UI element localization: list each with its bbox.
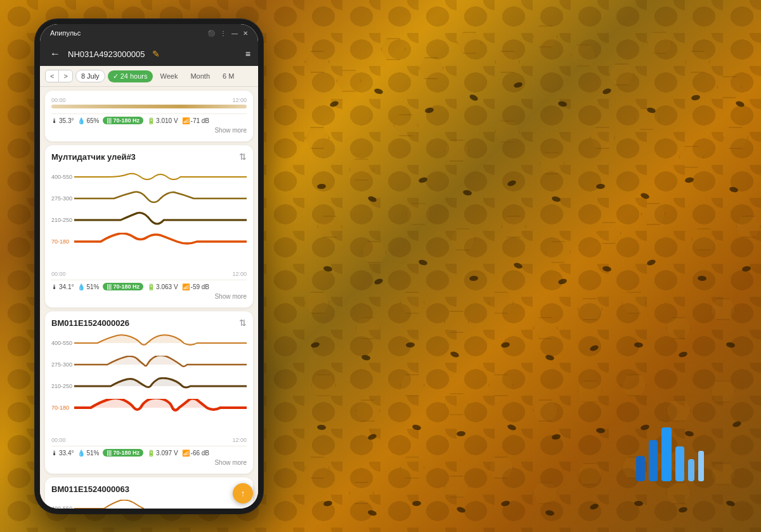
humidity-value-1: 65% [86,117,99,124]
week-filter-button[interactable]: Week [155,70,183,82]
minimize-icon: — [231,30,238,37]
bar-6 [698,451,704,481]
freq-badge-1: ||| 70-180 Hz [103,117,143,124]
menu-icon: ⋮ [220,30,226,37]
card-title-4: BM011E1524000063 [51,484,129,494]
humidity-stat-1: 💧 65% [77,117,99,124]
waveform-275-300-2 [74,190,247,207]
voltage-stat-1: 🔋 3.010 V [147,117,178,124]
signal-icon-3: 📶 [182,450,190,457]
6m-filter-button[interactable]: 6 M [218,70,239,82]
back-button[interactable]: ← [48,47,63,61]
time-start-1: 00:00 [51,97,66,103]
show-more-1[interactable]: Show more [51,126,247,135]
filter-bar: < > 8 July ✓ 24 hours Week Month 6 M [40,66,258,87]
waveform-70-180-3 [74,399,247,417]
time-start-2: 00:00 [51,271,66,277]
stats-row-2: 🌡 34.1° 💧 51% ||| 70-180 Hz 🔋 [51,280,247,292]
signal-value-3: -66 dB [191,450,209,457]
prev-arrow[interactable]: < [46,70,59,82]
droplet-icon: 💧 [77,117,85,124]
next-arrow[interactable]: > [59,70,72,82]
freq-label-210-250-3: 210-250 [51,383,74,389]
card-menu-2[interactable]: ⇅ [239,152,247,162]
freq-label-400-550-4: 400-550 [51,505,74,509]
voltage-stat-3: 🔋 3.097 V [147,450,178,457]
freq-label-275-300-3: 275-300 [51,361,74,368]
droplet-icon-2: 💧 [77,283,85,290]
card-menu-3[interactable]: ⇅ [239,318,247,328]
freq-label-70-180-3: 70-180 [51,405,74,411]
waveform-275-300-3 [74,356,247,373]
freq-icon-2: ||| [107,283,112,290]
card-header-4: BM011E1524000063 ⇅ [51,484,247,494]
bar-1 [636,456,645,481]
freq-label-210-250-2: 210-250 [51,217,74,223]
month-filter-button[interactable]: Month [185,70,215,82]
phone-wrapper: Апипульс ⚫ ⋮ — ✕ ← NH031A4923000005 ✎ ≡ [35,19,263,514]
freq-row-70-180-3: 70-180 [51,398,247,418]
freq-row-210-250-2: 210-250 [51,210,247,230]
battery-icon-2: 🔋 [147,283,155,290]
droplet-icon-3: 💧 [77,450,85,457]
temp-stat-1: 🌡 35.3° [51,117,74,124]
card-header-2: Мултидатчик улей#3 ⇅ [51,152,247,162]
stats-row-3: 🌡 33.4° 💧 51% ||| 70-180 Hz 🔋 [51,446,247,458]
freq-label-275-300-2: 275-300 [51,195,74,202]
waveform-70-180-2 [74,233,247,250]
humidity-stat-2: 💧 51% [77,283,99,290]
bar-5 [688,459,694,481]
edit-icon[interactable]: ✎ [152,49,160,59]
show-more-2[interactable]: Show more [51,292,247,301]
signal-value-2: -59 dB [191,283,209,290]
temp-value-1: 35.3° [59,117,74,124]
filter-icon[interactable]: ≡ [245,49,250,59]
nav-arrows: < > [45,70,73,82]
show-more-3[interactable]: Show more [51,458,247,467]
bar-4 [675,446,684,481]
stats-row-1: 🌡 35.3° 💧 65% ||| 70-180 Hz 🔋 [51,114,247,126]
freq-row-210-250-3: 210-250 [51,376,247,396]
freq-row-70-180-2: 70-180 [51,231,247,252]
waveform-210-250-2 [74,211,247,229]
bar-2 [649,440,658,481]
camera-icon: ⚫ [207,30,215,37]
24h-filter-button[interactable]: ✓ 24 hours [108,70,153,82]
card-title-3: BM011E1524000026 [51,318,129,328]
battery-icon-3: 🔋 [147,450,155,457]
signal-stat-1: 📶 -71 dB [182,117,209,124]
scroll-up-button[interactable]: ↑ [233,483,253,503]
waveform-210-250-3 [74,377,247,395]
status-bar: Апипульс ⚫ ⋮ — ✕ [40,24,258,42]
time-start-3: 00:00 [51,437,66,443]
battery-icon: 🔋 [147,117,155,124]
freq-row-400-550-2: 400-550 [51,167,247,187]
voltage-stat-2: 🔋 3.063 V [147,283,178,290]
bar-3 [661,427,672,481]
card-header-3: BM011E1524000026 ⇅ [51,318,247,328]
chart-area-2: 400-550 275-300 [51,167,247,268]
freq-row-275-300-2: 275-300 [51,188,247,209]
partial-chart-4: 400-550 [51,499,247,509]
phone-screen: Апипульс ⚫ ⋮ — ✕ ← NH031A4923000005 ✎ ≡ [40,24,258,509]
card-title-2: Мултидатчик улей#3 [51,152,136,162]
date-filter-button[interactable]: 8 July [75,70,105,82]
voltage-value-2: 3.063 V [156,283,178,290]
time-mid-2: 12:00 [232,271,247,277]
time-mid-1: 12:00 [232,97,247,103]
phone-frame: Апипульс ⚫ ⋮ — ✕ ← NH031A4923000005 ✎ ≡ [35,19,263,514]
humidity-value-2: 51% [86,283,99,290]
partial-row-4: 400-550 [51,499,247,509]
voltage-value-3: 3.097 V [156,450,178,457]
humidity-stat-3: 💧 51% [77,450,99,457]
app-logo-bars [636,427,704,481]
sensor-card-3: BM011E1524000026 ⇅ 400-550 [45,311,253,474]
scroll-content[interactable]: 00:00 12:00 🌡 35.3° 💧 65% [40,87,258,509]
app-title: Апипульс [50,29,81,37]
sensor-card-2: Мултидатчик улей#3 ⇅ 400-550 [45,145,253,308]
freq-badge-3: ||| 70-180 Hz [103,449,143,457]
signal-icon-2: 📶 [182,283,190,290]
nav-bar: ← NH031A4923000005 ✎ ≡ [40,42,258,66]
waveform-400-550-3 [74,334,247,352]
waveform-partial-4 [74,500,247,509]
